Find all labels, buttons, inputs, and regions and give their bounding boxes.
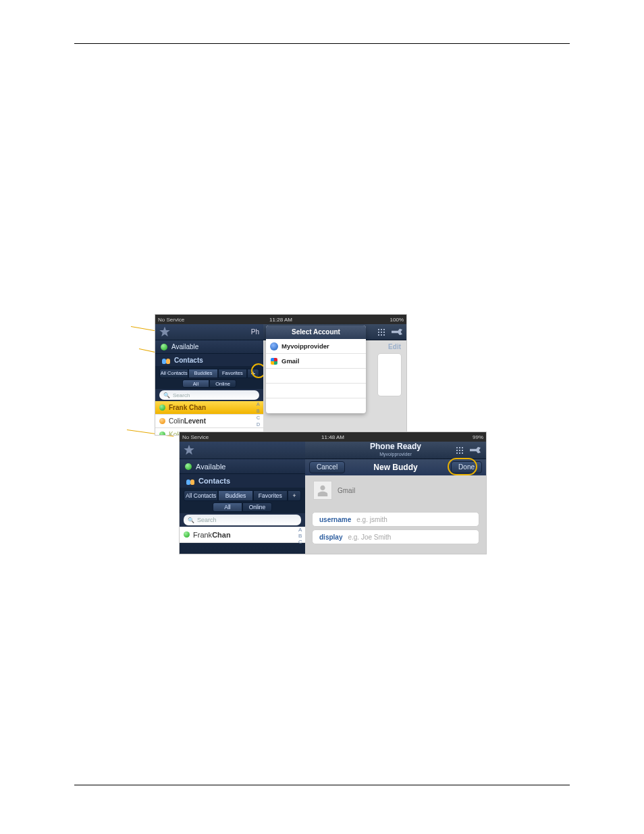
- main-panel: Edit Select Account Myvoipprovider Gmail: [263, 324, 406, 435]
- status-bar: No Service 11:28 AM 100%: [155, 315, 406, 324]
- tab-buddies[interactable]: Buddies: [188, 369, 217, 378]
- app-header: [180, 442, 305, 459]
- tab-favorites[interactable]: Favorites: [253, 490, 288, 501]
- select-account-popover: Select Account Myvoipprovider Gmail: [266, 325, 366, 413]
- buddy-row[interactable]: Frank Chan ABC: [180, 527, 305, 543]
- topbar-subtitle: Myvoipprovider: [370, 450, 421, 459]
- status-battery: 100%: [390, 317, 404, 323]
- done-button[interactable]: Done: [451, 461, 482, 473]
- account-name: Gmail: [338, 487, 355, 494]
- index-bar[interactable]: AB: [257, 401, 262, 414]
- popover-empty-row: [266, 384, 366, 398]
- status-battery: 99%: [473, 434, 483, 440]
- contacts-header-label: Contacts: [198, 477, 230, 485]
- page-bottom-rule: [74, 785, 570, 785]
- topbar-title-fragment: Ph: [251, 328, 259, 336]
- main-panel: Cancel New Buddy Done Gmail username e.g…: [305, 459, 486, 554]
- status-bar: No Service 11:48 AM 99%: [180, 432, 486, 442]
- sidebar: Available Contacts All Contacts Buddies …: [180, 442, 305, 554]
- buddy-name: Frank Chan: [169, 404, 206, 411]
- presence-row[interactable]: Available: [180, 459, 305, 474]
- tab-buddies[interactable]: Buddies: [218, 490, 252, 501]
- buddy-name-first: Colin: [169, 417, 184, 425]
- account-option-gmail[interactable]: Gmail: [266, 354, 366, 369]
- contacts-icon: [161, 356, 171, 364]
- presence-available-icon: [161, 344, 167, 350]
- account-label: Gmail: [281, 357, 299, 365]
- contacts-header-label: Contacts: [174, 357, 203, 364]
- avatar-placeholder-icon: [313, 481, 332, 500]
- field-placeholder: e.g. jsmith: [356, 516, 387, 523]
- filter-online[interactable]: Online: [209, 380, 236, 388]
- buddy-name-first: Frank: [193, 531, 212, 539]
- app-header: Ph: [155, 324, 263, 340]
- search-row: Search: [155, 389, 263, 401]
- field-placeholder: e.g. Joe Smith: [348, 533, 391, 541]
- topbar-title-text: Phone Ready: [370, 442, 421, 451]
- cancel-button[interactable]: Cancel: [309, 461, 345, 473]
- buddy-name-last: Levent: [184, 417, 206, 425]
- app-icon: [159, 327, 170, 338]
- presence-dot-icon: [159, 418, 165, 424]
- presence-dot-icon: [184, 531, 190, 538]
- search-input[interactable]: Search: [184, 515, 301, 525]
- presence-dot-icon: [159, 405, 165, 411]
- filter-all[interactable]: All: [182, 380, 209, 388]
- buddy-row-selected[interactable]: Frank Chan AB: [155, 401, 263, 415]
- tab-all-contacts[interactable]: All Contacts: [159, 369, 188, 378]
- presence-row[interactable]: Available: [155, 340, 263, 354]
- grid-icon[interactable]: [455, 446, 464, 455]
- index-bar[interactable]: CD: [257, 415, 262, 427]
- settings-wrench-icon[interactable]: [392, 328, 402, 336]
- presence-label: Available: [196, 463, 225, 471]
- main-toolbar: Phone Ready Myvoipprovider: [305, 442, 486, 459]
- status-time: 11:48 AM: [321, 434, 344, 440]
- filter-online[interactable]: Online: [242, 502, 272, 512]
- status-carrier: No Service: [182, 434, 209, 440]
- presence-label: Available: [171, 343, 198, 350]
- gmail-icon: [270, 357, 278, 365]
- screenshot-new-buddy: No Service 11:48 AM 99% Available Contac…: [180, 432, 486, 554]
- display-field[interactable]: display e.g. Joe Smith: [312, 529, 479, 544]
- content-card: [378, 354, 401, 396]
- presence-available-icon: [185, 463, 192, 470]
- field-label: username: [319, 516, 351, 523]
- search-row: Search: [180, 513, 305, 527]
- popover-empty-row: [266, 369, 366, 384]
- filter-all[interactable]: All: [213, 502, 242, 512]
- contacts-icon: [185, 477, 196, 485]
- username-field[interactable]: username e.g. jsmith: [312, 512, 479, 527]
- provider-icon: [270, 342, 278, 350]
- contacts-tab-row: All Contacts Buddies Favorites +: [180, 488, 305, 501]
- contacts-tab-row: All Contacts Buddies Favorites +: [155, 366, 263, 378]
- buddy-name-last: Chan: [212, 531, 231, 539]
- index-bar[interactable]: ABC: [298, 527, 304, 542]
- settings-wrench-icon[interactable]: [470, 446, 481, 454]
- status-time: 11:28 AM: [269, 317, 292, 323]
- panel-title: New Buddy: [373, 463, 417, 472]
- tab-all-contacts[interactable]: All Contacts: [184, 490, 218, 501]
- contacts-header: Contacts: [180, 474, 305, 488]
- app-icon: [184, 445, 194, 456]
- filter-row: All Online: [180, 501, 305, 513]
- account-row[interactable]: Gmail: [313, 481, 355, 500]
- page-top-rule: [74, 43, 570, 44]
- buddy-row[interactable]: Colin Levent CD: [155, 415, 263, 428]
- grid-icon[interactable]: [377, 328, 386, 337]
- add-buddy-button[interactable]: +: [247, 369, 259, 378]
- add-buddy-button[interactable]: +: [288, 490, 301, 501]
- search-input[interactable]: Search: [159, 390, 259, 400]
- status-carrier: No Service: [158, 317, 184, 323]
- sidebar: Ph Available Contacts All Contacts Buddi…: [155, 324, 263, 435]
- panel-header: Cancel New Buddy Done: [305, 459, 486, 475]
- popover-empty-row: [266, 398, 366, 413]
- contacts-header: Contacts: [155, 354, 263, 366]
- filter-row: All Online: [155, 378, 263, 389]
- account-label: Myvoipprovider: [281, 342, 329, 350]
- account-option-myvoipprovider[interactable]: Myvoipprovider: [266, 339, 366, 354]
- edit-button[interactable]: Edit: [388, 343, 401, 350]
- panel-body: Gmail username e.g. jsmith display e.g. …: [305, 475, 486, 554]
- tab-favorites[interactable]: Favorites: [218, 369, 247, 378]
- search-placeholder: Search: [197, 517, 217, 523]
- field-label: display: [319, 533, 342, 541]
